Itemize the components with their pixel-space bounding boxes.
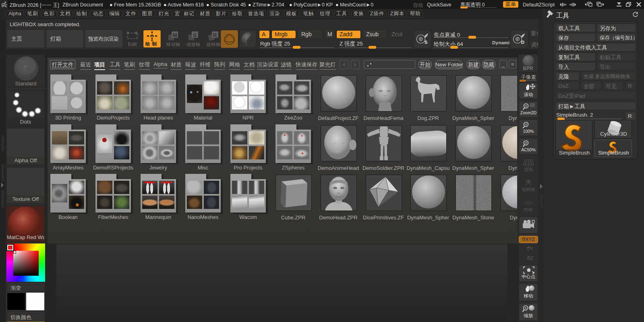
svg-text:R: R <box>213 32 217 38</box>
svg-text:D: D <box>521 40 524 45</box>
svg-text:S: S <box>425 40 427 45</box>
svg-text:M: M <box>173 32 177 38</box>
svg-text:S: S <box>193 32 197 38</box>
